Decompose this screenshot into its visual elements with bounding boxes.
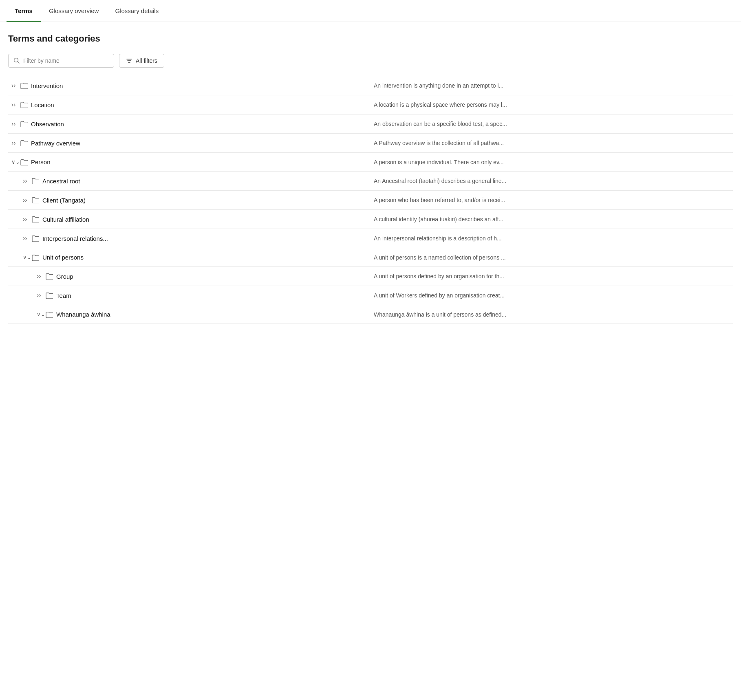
item-description: A location is a physical space where per… bbox=[370, 95, 733, 114]
folder-icon bbox=[20, 101, 28, 108]
folder-icon bbox=[32, 197, 39, 203]
table-row[interactable]: › Ancestral rootAn Ancestral root (taota… bbox=[8, 172, 733, 191]
search-icon bbox=[13, 57, 20, 64]
item-description: An interpersonal relationship is a descr… bbox=[370, 229, 733, 248]
item-description: A cultural identity (ahurea tuakiri) des… bbox=[370, 210, 733, 229]
item-label: Pathway overview bbox=[31, 140, 80, 147]
folder-icon bbox=[32, 235, 39, 242]
chevron-right-icon[interactable]: › bbox=[23, 235, 29, 242]
table-row[interactable]: ⌄ Unit of personsA unit of persons is a … bbox=[8, 248, 733, 267]
item-label: Person bbox=[31, 158, 51, 165]
terms-table: › InterventionAn intervention is anythin… bbox=[8, 76, 733, 324]
item-label: Client (Tangata) bbox=[42, 197, 86, 204]
chevron-right-icon[interactable]: › bbox=[37, 292, 42, 299]
table-row[interactable]: › LocationA location is a physical space… bbox=[8, 95, 733, 114]
chevron-right-icon[interactable]: › bbox=[11, 101, 17, 108]
chevron-right-icon[interactable]: › bbox=[23, 177, 29, 185]
item-label: Whanaunga āwhina bbox=[56, 311, 110, 318]
item-label: Interpersonal relations... bbox=[42, 235, 108, 242]
folder-icon bbox=[46, 311, 53, 318]
table-row[interactable]: › Interpersonal relations...An interpers… bbox=[8, 229, 733, 248]
item-label: Observation bbox=[31, 121, 64, 128]
toolbar: All filters bbox=[8, 54, 733, 68]
item-label: Cultural affiliation bbox=[42, 216, 89, 223]
item-description: A unit of Workers defined by an organisa… bbox=[370, 286, 733, 305]
item-label: Location bbox=[31, 101, 54, 108]
item-label: Ancestral root bbox=[42, 178, 80, 185]
search-input[interactable] bbox=[23, 57, 109, 64]
folder-icon bbox=[32, 254, 39, 261]
folder-icon bbox=[32, 178, 39, 184]
page-title: Terms and categories bbox=[8, 33, 733, 44]
item-label: Unit of persons bbox=[42, 254, 84, 261]
table-row[interactable]: ⌄ Whanaunga āwhinaWhanaunga āwhina is a … bbox=[8, 305, 733, 324]
tabs-nav: Terms Glossary overview Glossary details bbox=[0, 0, 741, 22]
item-description: A unit of persons is a named collection … bbox=[370, 248, 733, 267]
table-row[interactable]: › InterventionAn intervention is anythin… bbox=[8, 76, 733, 95]
folder-icon bbox=[32, 216, 39, 222]
tab-glossary-details[interactable]: Glossary details bbox=[107, 0, 167, 22]
item-description: A Pathway overview is the collection of … bbox=[370, 134, 733, 153]
filter-icon bbox=[126, 57, 132, 64]
chevron-down-icon[interactable]: ⌄ bbox=[23, 254, 29, 260]
filter-label: All filters bbox=[136, 57, 157, 64]
item-description: Whanaunga āwhina is a unit of persons as… bbox=[370, 305, 733, 324]
item-description: A person is a unique individual. There c… bbox=[370, 153, 733, 172]
item-label: Group bbox=[56, 273, 73, 280]
folder-icon bbox=[20, 159, 28, 165]
item-label: Team bbox=[56, 292, 71, 299]
item-label: Intervention bbox=[31, 82, 63, 89]
chevron-down-icon[interactable]: ⌄ bbox=[37, 311, 42, 317]
table-row[interactable]: › GroupA unit of persons defined by an o… bbox=[8, 267, 733, 286]
item-description: An intervention is anything done in an a… bbox=[370, 76, 733, 95]
chevron-right-icon[interactable]: › bbox=[11, 120, 17, 128]
item-description: An Ancestral root (taotahi) describes a … bbox=[370, 172, 733, 191]
table-row[interactable]: › Pathway overviewA Pathway overview is … bbox=[8, 134, 733, 153]
search-wrapper[interactable] bbox=[8, 54, 114, 68]
all-filters-button[interactable]: All filters bbox=[119, 54, 164, 68]
table-row[interactable]: ⌄ PersonA person is a unique individual.… bbox=[8, 153, 733, 172]
page-content: Terms and categories All filters › Inter… bbox=[0, 22, 741, 332]
folder-icon bbox=[20, 140, 28, 146]
table-row[interactable]: › ObservationAn observation can be a spe… bbox=[8, 114, 733, 134]
chevron-right-icon[interactable]: › bbox=[23, 216, 29, 223]
chevron-right-icon[interactable]: › bbox=[11, 82, 17, 89]
folder-icon bbox=[20, 121, 28, 127]
table-row[interactable]: › Cultural affiliationA cultural identit… bbox=[8, 210, 733, 229]
tab-terms[interactable]: Terms bbox=[7, 0, 41, 22]
chevron-down-icon[interactable]: ⌄ bbox=[11, 159, 17, 165]
item-description: An observation can be a specific blood t… bbox=[370, 114, 733, 134]
table-row[interactable]: › TeamA unit of Workers defined by an or… bbox=[8, 286, 733, 305]
chevron-right-icon[interactable]: › bbox=[37, 273, 42, 280]
svg-line-1 bbox=[18, 62, 20, 64]
tab-glossary-overview[interactable]: Glossary overview bbox=[41, 0, 107, 22]
chevron-right-icon[interactable]: › bbox=[23, 196, 29, 204]
chevron-right-icon[interactable]: › bbox=[11, 139, 17, 147]
item-description: A unit of persons defined by an organisa… bbox=[370, 267, 733, 286]
table-row[interactable]: › Client (Tangata)A person who has been … bbox=[8, 191, 733, 210]
folder-icon bbox=[46, 273, 53, 280]
folder-icon bbox=[20, 82, 28, 89]
item-description: A person who has been referred to, and/o… bbox=[370, 191, 733, 210]
folder-icon bbox=[46, 292, 53, 299]
